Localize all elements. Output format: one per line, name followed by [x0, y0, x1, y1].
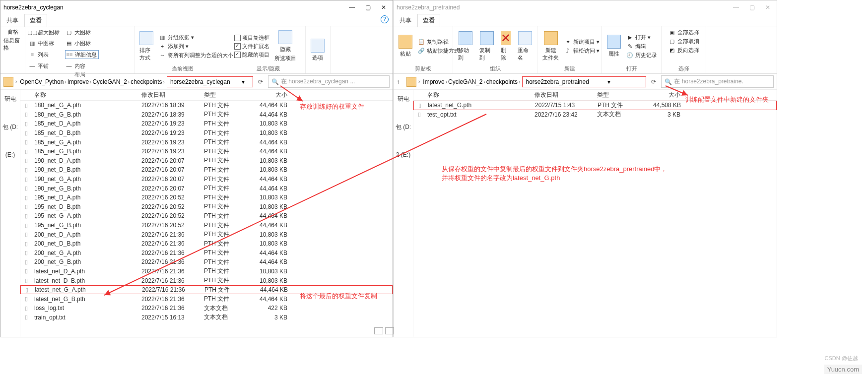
breadcrumb-bar: › OpenCv_Python›Improve›CycleGAN_2›check…	[0, 74, 393, 90]
file-icon: ▯	[20, 250, 32, 256]
move-to[interactable]: 移动到	[456, 30, 474, 63]
file-date: 2022/7/16 21:36	[141, 305, 204, 312]
group-label-view: 当前视图	[137, 64, 228, 72]
breadcrumb-item[interactable]: Improve	[422, 78, 445, 85]
refresh-button[interactable]: ⟳	[255, 78, 266, 85]
col-type[interactable]: 类型	[597, 91, 651, 99]
layout-option[interactable]: ≡≡详细信息	[65, 50, 99, 59]
file-date: 2022/7/15 1:43	[535, 102, 598, 109]
layout-option[interactable]: ▢大图标	[65, 28, 99, 36]
group-label-select: 选择	[665, 64, 703, 72]
file-type: 文本文档	[204, 313, 258, 321]
layout-icon: ▢▢	[28, 28, 36, 36]
side-item[interactable]: 包 (D:	[0, 123, 20, 131]
col-type[interactable]: 类型	[204, 91, 258, 99]
paste-button[interactable]: 粘贴	[397, 34, 414, 59]
file-icon: ▯	[20, 176, 32, 183]
minimize-button[interactable]: —	[349, 4, 355, 11]
rename-button[interactable]: 重命名	[516, 30, 534, 63]
cb-hidden[interactable]: 隐藏的项目	[234, 51, 269, 59]
cb-ext[interactable]: 文件扩展名	[234, 43, 269, 50]
col-name[interactable]: 名称	[425, 91, 534, 99]
thumb-view-icon[interactable]	[385, 327, 394, 334]
ribbon-tabs: 共享 查看	[394, 14, 777, 26]
address-input[interactable]: horse2zebra_cyclegan ▾	[167, 76, 253, 87]
select-none[interactable]: ▢全部取消	[668, 37, 699, 45]
tab-view[interactable]: 查看	[24, 14, 47, 27]
close-button[interactable]: ✕	[381, 4, 387, 11]
file-icon: ▯	[20, 231, 32, 238]
sort-button[interactable]: 排序方式	[137, 30, 155, 63]
tab-view[interactable]: 查看	[417, 14, 440, 27]
file-date: 2022/7/15 16:13	[141, 314, 204, 321]
file-row[interactable]: ▯ loss_log.txt 2022/7/16 21:36 文本文档 422 …	[20, 304, 393, 313]
info-pane-item[interactable]: 信息窗格	[3, 37, 22, 52]
side-item[interactable]: 研电	[0, 95, 20, 103]
file-icon: ▯	[20, 277, 32, 284]
add-column[interactable]: +添加列 ▾	[158, 42, 233, 50]
layout-option[interactable]: —平铺	[28, 62, 62, 70]
easy-access[interactable]: ⤴轻松访问 ▾	[564, 47, 600, 55]
options-button[interactable]: 选项	[309, 38, 327, 63]
help-icon[interactable]: ?	[381, 15, 389, 23]
properties-button[interactable]: 属性	[605, 34, 623, 59]
col-name[interactable]: 名称	[32, 91, 141, 99]
new-folder[interactable]: 新建 文件夹	[540, 30, 561, 63]
open-item[interactable]: ▶打开 ▾	[626, 33, 657, 41]
layout-option[interactable]: ≡列表	[28, 51, 62, 59]
svg-line-0	[280, 86, 303, 101]
group-by[interactable]: ▥分组依据 ▾	[158, 33, 233, 41]
bc-sep[interactable]: ›	[163, 79, 165, 85]
refresh-button[interactable]: ⟳	[648, 78, 659, 85]
hide-selected[interactable]: 隐藏所选项目	[272, 29, 298, 63]
bc-sep[interactable]: ›	[15, 79, 17, 84]
breadcrumb-item[interactable]: OpenCv_Python	[19, 78, 65, 85]
minimize-button[interactable]: —	[733, 4, 739, 11]
edit-item[interactable]: ✎编辑	[626, 42, 657, 50]
layout-option[interactable]: ▤小图标	[65, 39, 99, 47]
layout-option[interactable]: ▥中图标	[28, 39, 62, 47]
side-item[interactable]: (E:)	[0, 151, 20, 158]
breadcrumb-item[interactable]: checkpoints	[130, 78, 163, 85]
view-mode-icons	[374, 327, 862, 374]
layout-option[interactable]: ▢▢超大图标	[28, 28, 62, 36]
bc-sep[interactable]: ›	[519, 79, 520, 85]
layout-icon: ▢	[65, 28, 73, 36]
svg-line-1	[666, 86, 688, 95]
column-headers: 名称 修改日期 类型 大小	[20, 90, 393, 101]
side-item[interactable]: 研电	[394, 95, 413, 103]
file-name: latest_net_G.pth	[426, 102, 535, 109]
maximize-button[interactable]: ▢	[365, 4, 371, 11]
tab-share[interactable]: 共享	[395, 14, 416, 27]
file-size: 422 KB	[258, 305, 292, 312]
group-label-showhide: 显示/隐藏	[234, 64, 302, 72]
address-input[interactable]: horse2zebra_pretrained ▾	[522, 76, 646, 87]
copy-to[interactable]: 复制到	[477, 30, 496, 63]
fit-columns[interactable]: ↔将所有列调整为合适的大小	[158, 51, 233, 59]
col-date[interactable]: 修改日期	[141, 91, 204, 99]
cb-checkbox[interactable]: 项目复选框	[234, 34, 269, 42]
file-icon: ▯	[20, 305, 32, 312]
file-icon: ▯	[20, 194, 32, 201]
select-invert[interactable]: ◩反向选择	[668, 46, 699, 54]
pane-item[interactable]: 窗格	[7, 28, 18, 36]
maximize-button[interactable]: ▢	[749, 4, 755, 11]
select-all[interactable]: ▣全部选择	[668, 28, 699, 36]
details-view-icon[interactable]	[374, 327, 383, 334]
new-item[interactable]: ✦新建项目 ▾	[564, 38, 600, 46]
col-date[interactable]: 修改日期	[534, 91, 597, 99]
up-button[interactable]: ↑	[397, 78, 400, 85]
close-button[interactable]: ✕	[765, 4, 771, 11]
breadcrumb-item[interactable]: CycleGAN_2	[447, 78, 483, 85]
file-row[interactable]: ▯ train_opt.txt 2022/7/15 16:13 文本文档 3 K…	[20, 313, 393, 322]
file-type: PTH 文件	[204, 101, 258, 110]
layout-icon: —	[65, 62, 73, 70]
tab-share[interactable]: 共享	[1, 14, 23, 27]
breadcrumb-item[interactable]: Improve	[67, 78, 90, 85]
history-item[interactable]: 🕘历史记录	[626, 51, 657, 59]
breadcrumb-item[interactable]: checkpoints	[485, 78, 519, 85]
title-bar: horse2zebra_pretrained — ▢ ✕	[394, 0, 777, 14]
delete-button[interactable]: ✕删除	[499, 30, 513, 63]
breadcrumb-item[interactable]: CycleGAN_2	[91, 78, 128, 85]
layout-option[interactable]: —内容	[65, 62, 99, 70]
